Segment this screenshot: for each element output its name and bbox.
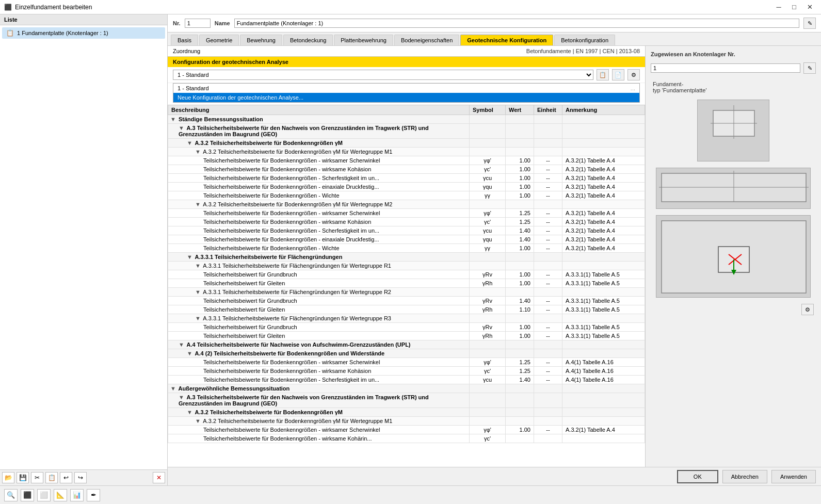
zugewiesen-input[interactable] — [651, 63, 800, 73]
tool3-button[interactable]: ⬜ — [37, 489, 51, 501]
table-row[interactable]: ▼ A.3.3.1 Teilsicherheitsbeiwerte für Fl… — [168, 262, 645, 270]
tabs-bar: Basis Geometrie Bewehrung Betondeckung P… — [168, 32, 821, 46]
open-file-button[interactable]: 📂 — [2, 472, 14, 483]
table-row[interactable]: ▼ A.3.2 Teilsicherheitsbeiwerte für Bode… — [168, 417, 645, 426]
table-row[interactable]: Teilsicherheitsbeiwert für Grundbruch γR… — [168, 297, 645, 305]
maximize-button[interactable]: □ — [787, 1, 801, 13]
dropdown-list-item-neue[interactable]: Neue Konfiguration der geotechnischen An… — [173, 93, 639, 102]
list-item[interactable]: 📋 1 Fundamentplatte (Knotenlager : 1) — [2, 27, 165, 39]
ok-button[interactable]: OK — [677, 470, 718, 483]
table-row[interactable]: Teilsicherheitsbeiwert für Gleiten γRh 1… — [168, 279, 645, 288]
tab-basis[interactable]: Basis — [171, 35, 198, 45]
table-row[interactable]: ▼ A.3.2 Teilsicherheitsbeiwerte für Bode… — [168, 200, 645, 209]
anwenden-button[interactable]: Anwenden — [771, 470, 816, 483]
nr-input[interactable] — [185, 19, 211, 28]
table-row[interactable]: ▼ A.4 Teilsicherheitsbeiwerte für Nachwe… — [168, 340, 645, 349]
konfiguration-select[interactable]: 1 - Standard — [173, 70, 593, 80]
list-header: Liste — [0, 14, 167, 25]
nr-label: Nr. — [173, 20, 181, 26]
right-panel: Zugewiesen an Knotenlager Nr. ✎ Fundamen… — [646, 46, 821, 467]
zugewiesen-row: ✎ — [651, 62, 816, 74]
table-row[interactable]: Teilsicherheitsbeiwerte für Bodenkenngrö… — [168, 165, 645, 174]
table-row[interactable]: ▼ A.3.3.1 Teilsicherheitsbeiwerte für Fl… — [168, 253, 645, 262]
col-einheit: Einheit — [534, 105, 562, 115]
zuordnung-row: Zuordnung Betonfundamente | EN 1997 | CE… — [168, 46, 645, 57]
paste-button[interactable]: 📋 — [45, 472, 58, 483]
center-right: Nr. Name ✎ Basis Geometrie Bewehrung Bet… — [168, 14, 821, 485]
dropdown-list-item-standard[interactable]: 1 - Standard ... — [173, 84, 639, 93]
delete-button[interactable]: ✕ — [153, 472, 165, 483]
table-row[interactable]: ▼ A.3.2 Teilsicherheitsbeiwerte für Bode… — [168, 139, 645, 148]
window-controls: ─ □ ✕ — [771, 1, 817, 13]
diagram-bottom — [656, 215, 811, 298]
table-row[interactable]: Teilsicherheitsbeiwerte für Bodenkenngrö… — [168, 174, 645, 183]
list-item-icon: 📋 — [6, 29, 14, 37]
undo-button[interactable]: ↩ — [60, 472, 72, 483]
table-row[interactable]: Teilsicherheitsbeiwerte für Bodenkenngrö… — [168, 426, 645, 434]
search-button[interactable]: 🔍 — [4, 489, 18, 501]
tab-betondeckung[interactable]: Betondeckung — [283, 35, 333, 45]
tab-plattenbewehrung[interactable]: Plattenbewehrung — [334, 35, 393, 45]
table-row[interactable]: ▼ A.4 (2) Teilsicherheitsbeiwerte für Bo… — [168, 349, 645, 358]
table-row[interactable]: Teilsicherheitsbeiwerte für Bodenkenngrö… — [168, 244, 645, 253]
col-anmerkung: Anmerkung — [562, 105, 645, 115]
table-row[interactable]: ▼ Ständige Bemessungssituation — [168, 115, 645, 124]
table-row[interactable]: ▼ A.3.2 Teilsicherheitsbeiwerte für Bode… — [168, 148, 645, 156]
table-row[interactable]: ▼ A.3 Teilsicherheitsbeiwerte für den Na… — [168, 124, 645, 139]
table-row[interactable]: Teilsicherheitsbeiwerte für Bodenkenngrö… — [168, 156, 645, 165]
diagram-settings-button[interactable]: ⚙ — [801, 304, 814, 315]
table-row[interactable]: Teilsicherheitsbeiwerte für Bodenkenngrö… — [168, 183, 645, 191]
copy-konfiguration-button[interactable]: 📄 — [612, 69, 624, 80]
table-row[interactable]: Teilsicherheitsbeiwerte für Bodenkenngrö… — [168, 209, 645, 218]
save-button[interactable]: 💾 — [17, 472, 29, 483]
table-row[interactable]: Teilsicherheitsbeiwerte für Bodenkenngrö… — [168, 358, 645, 367]
tool2-button[interactable]: ⬛ — [21, 489, 34, 501]
tool5-button[interactable]: 📊 — [70, 489, 84, 501]
right-panel-header: Zugewiesen an Knotenlager Nr. — [651, 51, 816, 57]
tool4-button[interactable]: 📐 — [54, 489, 67, 501]
name-edit-button[interactable]: ✎ — [803, 18, 816, 29]
config-area: Zuordnung Betonfundamente | EN 1997 | CE… — [168, 46, 646, 467]
table-container: Beschreibung Symbol Wert Einheit Anmerku… — [168, 105, 645, 467]
main-layout: Liste 📋 1 Fundamentplatte (Knotenlager :… — [0, 14, 821, 485]
data-table: Beschreibung Symbol Wert Einheit Anmerku… — [168, 105, 645, 443]
minimize-button[interactable]: ─ — [771, 1, 786, 13]
table-row[interactable]: Teilsicherheitsbeiwert für Grundbruch γR… — [168, 323, 645, 332]
table-row[interactable]: Teilsicherheitsbeiwert für Gleiten γRh 1… — [168, 305, 645, 314]
table-row[interactable]: Teilsicherheitsbeiwerte für Bodenkenngrö… — [168, 367, 645, 376]
konfiguration-notice: Konfiguration der geotechnischen Analyse — [168, 57, 645, 67]
table-row[interactable]: ▼ A.3.3.1 Teilsicherheitsbeiwerte für Fl… — [168, 314, 645, 323]
zugewiesen-edit-button[interactable]: ✎ — [803, 62, 816, 74]
abbrechen-button[interactable]: Abbrechen — [722, 470, 767, 483]
table-row[interactable]: Teilsicherheitsbeiwerte für Bodenkenngrö… — [168, 235, 645, 244]
tab-bewehrung[interactable]: Bewehrung — [240, 35, 282, 45]
tab-geotechnische[interactable]: Geotechnische Konfiguration — [460, 35, 553, 45]
add-konfiguration-button[interactable]: 📋 — [597, 69, 609, 80]
table-row[interactable]: Teilsicherheitsbeiwerte für Bodenkenngrö… — [168, 191, 645, 200]
table-row[interactable]: ▼ A.3.3.1 Teilsicherheitsbeiwerte für Fl… — [168, 288, 645, 297]
table-row[interactable]: Teilsicherheitsbeiwerte für Bodenkenngrö… — [168, 226, 645, 235]
left-panel: Liste 📋 1 Fundamentplatte (Knotenlager :… — [0, 14, 168, 485]
diagram-top — [697, 100, 769, 161]
more-konfiguration-button[interactable]: ⚙ — [627, 69, 640, 80]
tab-geometrie[interactable]: Geometrie — [199, 35, 239, 45]
table-row[interactable]: Teilsicherheitsbeiwert für Gleiten γRh 1… — [168, 332, 645, 340]
name-input[interactable] — [234, 19, 799, 28]
name-label: Name — [215, 20, 230, 26]
table-row[interactable]: ▼ A.3 Teilsicherheitsbeiwerte für den Na… — [168, 393, 645, 408]
table-row[interactable]: Teilsicherheitsbeiwerte für Bodenkenngrö… — [168, 376, 645, 384]
tab-betonkonfiguration[interactable]: Betonkonfiguration — [554, 35, 615, 45]
top-section: Nr. Name ✎ — [168, 14, 821, 32]
redo-button[interactable]: ↪ — [74, 472, 87, 483]
table-row[interactable]: ▼ A.3.2 Teilsicherheitsbeiwerte für Bode… — [168, 408, 645, 417]
tool6-button[interactable]: ✒ — [87, 489, 100, 501]
table-row[interactable]: Teilsicherheitsbeiwerte für Bodenkenngrö… — [168, 218, 645, 226]
tab-bodeneigenschaften[interactable]: Bodeneigenschaften — [394, 35, 459, 45]
diagram-side — [656, 168, 811, 209]
col-wert: Wert — [506, 105, 534, 115]
table-row[interactable]: Teilsicherheitsbeiwerte für Bodenkenngrö… — [168, 434, 645, 443]
table-row[interactable]: ▼ Außergewöhnliche Bemessungssituation — [168, 384, 645, 393]
cut-button[interactable]: ✂ — [31, 472, 43, 483]
table-row[interactable]: Teilsicherheitsbeiwert für Grundbruch γR… — [168, 270, 645, 279]
close-button[interactable]: ✕ — [802, 1, 817, 13]
